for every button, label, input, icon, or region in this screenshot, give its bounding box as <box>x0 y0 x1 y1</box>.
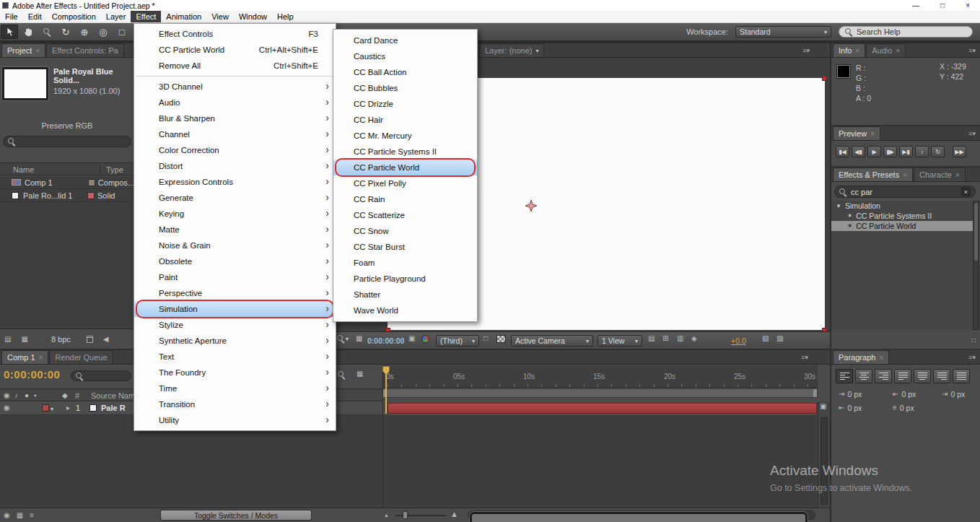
menu-item-expression-controls[interactable]: Expression Controls› <box>134 174 336 190</box>
zoom-tool-icon[interactable] <box>38 25 56 39</box>
timeline-horizontal-scrollbar[interactable] <box>468 510 815 520</box>
camera-tool-icon[interactable]: ⊕ <box>76 25 93 39</box>
indent-right-field[interactable]: ⇤ 0 px <box>893 390 916 399</box>
label-swatch[interactable] <box>87 192 95 199</box>
resolution-dropdown[interactable]: (Third) ▾ <box>436 335 479 347</box>
comp-marker-icon[interactable]: ▣ <box>820 403 826 410</box>
submenu-item-cc-mr-mercury[interactable]: CC Mr. Mercury <box>333 128 477 144</box>
tab-paragraph[interactable]: Paragraph × <box>833 350 889 364</box>
safe-guides-icon[interactable]: ▦ <box>356 335 362 342</box>
tab-effect-controls[interactable]: Effect Controls: Pa <box>46 43 124 57</box>
view-layout-dropdown[interactable]: 1 View ▾ <box>598 335 642 347</box>
layer-duration-bar[interactable] <box>388 403 817 414</box>
snapshot-icon[interactable]: ▣ <box>408 335 415 342</box>
show-channels-icon[interactable] <box>421 335 429 343</box>
menu-item-stylize[interactable]: Stylize› <box>134 317 336 333</box>
submenu-item-shatter[interactable]: Shatter <box>333 287 477 303</box>
help-search-input[interactable]: Search Help <box>839 26 973 38</box>
menu-effect[interactable]: Effect <box>131 11 161 22</box>
menu-item-the-foundry[interactable]: The Foundry› <box>134 365 336 380</box>
panel-menu-icon[interactable]: ≡▾ <box>968 130 980 137</box>
justify-all-button[interactable] <box>953 369 970 383</box>
menu-item-keying[interactable]: Keying› <box>134 206 336 222</box>
work-area-bar[interactable] <box>382 388 818 398</box>
justify-last-left-button[interactable] <box>894 369 911 383</box>
submenu-item-cc-rain[interactable]: CC Rain <box>333 191 477 207</box>
new-folder-icon[interactable]: ▦ <box>21 336 27 343</box>
flowchart-icon[interactable]: ⊞ <box>662 335 668 342</box>
grid-guides-icon[interactable]: ▤ <box>648 335 655 342</box>
hand-tool-icon[interactable] <box>19 25 37 39</box>
last-frame-button[interactable]: ▶▮ <box>899 146 913 157</box>
menu-view[interactable]: View <box>206 11 234 22</box>
menu-item-noise-grain[interactable]: Noise & Grain› <box>134 238 336 253</box>
clear-search-icon[interactable]: × <box>961 187 971 196</box>
twirl-down-icon[interactable]: ▼ <box>836 203 841 209</box>
justify-last-center-button[interactable] <box>914 369 931 383</box>
submenu-item-particle-playground[interactable]: Particle Playground <box>333 271 477 287</box>
menu-item-effect-controls[interactable]: Effect Controls F3 <box>134 26 336 42</box>
panel-menu-icon[interactable]: ≡▾ <box>968 354 980 361</box>
close-icon[interactable]: × <box>903 171 907 179</box>
effect-item-cc-particle-systems-ii[interactable]: ★ CC Particle Systems II <box>831 211 973 221</box>
submenu-item-cc-drizzle[interactable]: CC Drizzle <box>333 96 477 112</box>
collapse-arrow-icon[interactable]: ◀ <box>103 336 109 343</box>
expand-layers-icon[interactable]: ◉ <box>4 512 10 519</box>
tab-layer-viewer[interactable]: Layer: (none) ▾ <box>479 43 544 57</box>
pixel-aspect-icon[interactable]: ▨ <box>776 335 783 342</box>
timeline-vertical-scrollbar[interactable] <box>821 417 828 505</box>
menu-item-color-correction[interactable]: Color Correction› <box>134 142 336 158</box>
submenu-item-cc-scatterize[interactable]: CC Scatterize <box>333 207 477 223</box>
close-icon[interactable]: × <box>896 47 900 55</box>
project-item-solid[interactable]: Pale Ro...lid 1 Solid <box>0 189 134 202</box>
submenu-item-wave-world[interactable]: Wave World <box>333 303 477 318</box>
menu-animation[interactable]: Animation <box>161 11 206 22</box>
menu-item-transition[interactable]: Transition› <box>134 396 336 412</box>
align-right-button[interactable] <box>875 369 892 383</box>
loop-button[interactable]: ↻ <box>931 146 945 157</box>
submenu-item-cc-star-burst[interactable]: CC Star Burst <box>333 239 477 255</box>
index-column-header[interactable]: # <box>75 391 79 400</box>
menu-item-remove-all[interactable]: Remove All Ctrl+Shift+E <box>134 58 336 74</box>
panel-menu-icon[interactable]: ≡▾ <box>801 354 830 361</box>
close-icon[interactable]: × <box>870 130 875 138</box>
audio-toggle-button[interactable]: ♪ <box>915 146 929 157</box>
submenu-item-foam[interactable]: Foam <box>333 255 477 271</box>
panel-menu-icon[interactable]: ≡▾ <box>802 47 830 54</box>
panel-menu-icon[interactable]: ≡▾ <box>968 47 980 54</box>
menu-layer[interactable]: Layer <box>101 11 131 22</box>
toggle-switches-modes-button[interactable]: Toggle Switches / Modes <box>160 510 312 521</box>
selection-tool-icon[interactable] <box>1 25 18 39</box>
source-name-column-header[interactable]: Source Name <box>91 391 139 400</box>
menu-item-channel[interactable]: Channel› <box>134 126 336 142</box>
layer-label-swatch[interactable] <box>42 404 49 412</box>
menu-edit[interactable]: Edit <box>23 11 47 22</box>
frame-blend-icon[interactable]: ≡ <box>30 512 34 519</box>
menu-item-generate[interactable]: Generate› <box>134 190 336 206</box>
submenu-item-cc-particle-world[interactable]: CC Particle World <box>333 160 477 175</box>
timeline-track-area[interactable] <box>0 415 818 508</box>
zoom-out-mountain-icon[interactable]: ▲ <box>384 513 389 518</box>
scrollbar-thumb[interactable] <box>974 203 978 261</box>
effects-search-input[interactable]: cc par × <box>834 186 976 198</box>
space-before-field[interactable]: ⇤ 0 px <box>839 404 862 412</box>
menu-composition[interactable]: Composition <box>47 11 101 22</box>
indent-left-field[interactable]: ⇥ 0 px <box>839 390 862 399</box>
timeline-search-input[interactable] <box>71 370 131 381</box>
tab-audio[interactable]: Audio × <box>866 43 906 57</box>
tab-effects-presets[interactable]: Effects & Presets × <box>833 168 913 181</box>
camera-dropdown[interactable]: Active Camera ▾ <box>511 335 593 347</box>
justify-last-right-button[interactable] <box>933 369 950 383</box>
chevron-down-icon[interactable]: ▾ <box>51 406 53 412</box>
region-of-interest-icon[interactable]: □ <box>484 335 488 342</box>
interpret-footage-icon[interactable]: ▤ <box>4 336 11 343</box>
submenu-item-cc-hair[interactable]: CC Hair <box>333 112 477 128</box>
zoom-level-dropdown[interactable]: ▾ <box>337 335 349 342</box>
tab-comp-1[interactable]: Comp 1 × <box>1 350 48 364</box>
layer-name[interactable]: Pale R <box>101 404 126 412</box>
close-icon[interactable]: × <box>35 47 40 55</box>
menu-item-perspective[interactable]: Perspective› <box>134 285 336 301</box>
delete-icon[interactable] <box>87 336 93 343</box>
submenu-item-cc-snow[interactable]: CC Snow <box>333 223 477 239</box>
submenu-item-cc-particle-systems-ii[interactable]: CC Particle Systems II <box>333 144 477 160</box>
